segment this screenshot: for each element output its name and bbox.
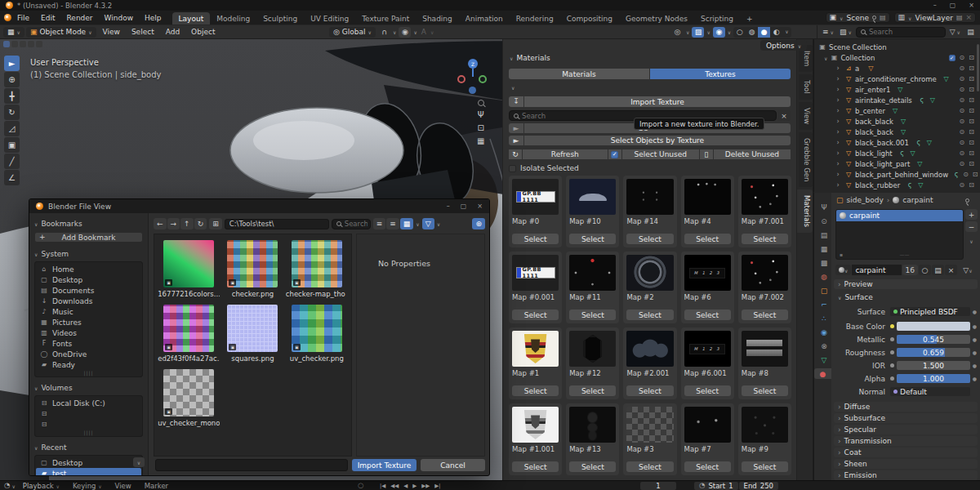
ior-slider[interactable]: 1.500: [897, 361, 970, 370]
add-slot-button[interactable]: +: [965, 209, 978, 220]
texture-thumbnail[interactable]: [684, 179, 731, 215]
workspace-tab-animation[interactable]: Animation: [459, 12, 510, 24]
pan-hand-icon[interactable]: Ψ: [478, 111, 484, 119]
eye-icon[interactable]: ⊙: [960, 108, 965, 114]
surface-panel-header[interactable]: Surface: [834, 292, 978, 302]
tab-object-icon[interactable]: ▢: [817, 285, 831, 296]
refresh-icon[interactable]: ↻: [509, 149, 522, 159]
options-dropdown[interactable]: Options: [760, 40, 807, 51]
add-bookmark-button[interactable]: +Add Bookmark: [34, 232, 143, 243]
expand-icon[interactable]: ›: [834, 75, 842, 82]
section-subsurface[interactable]: ›Subsurface: [834, 413, 978, 423]
sidebar-item-local-disk[interactable]: ⊟Local Disk (C:): [36, 398, 141, 408]
material-name-field[interactable]: carpaint: [852, 265, 901, 275]
select-button[interactable]: Select: [569, 310, 616, 320]
eye-icon[interactable]: ⊙: [960, 118, 965, 125]
select-button[interactable]: Select: [512, 310, 559, 320]
camera-icon[interactable]: ⊡: [969, 87, 974, 93]
eye-icon[interactable]: ⊙: [960, 55, 965, 61]
display-vertical-list-button[interactable]: ≡: [373, 218, 386, 229]
decorator-icon[interactable]: ●: [973, 336, 977, 342]
filename-input[interactable]: [155, 459, 348, 471]
scrollbar[interactable]: [977, 44, 979, 91]
decorator-icon[interactable]: ●: [973, 323, 977, 329]
import-texture-confirm-button[interactable]: Import Texture: [352, 459, 416, 471]
minimize-icon[interactable]: –: [447, 203, 450, 210]
texture-thumbnail[interactable]: [626, 331, 673, 367]
remove-viewlayer-icon[interactable]: ×: [965, 14, 972, 21]
sidebar-item-music[interactable]: ♪Music: [36, 306, 141, 317]
outliner-collection[interactable]: ▣ Collection ✓⊙⊡: [814, 52, 980, 63]
eye-icon[interactable]: ⊙: [960, 182, 965, 189]
expand-icon[interactable]: ›: [834, 149, 842, 157]
select-button[interactable]: Select: [684, 461, 731, 472]
outliner-object-row[interactable]: ›▽airintake_detailsς▽⊙⊡: [814, 95, 980, 105]
camera-icon[interactable]: ⊡: [969, 150, 974, 157]
select-button[interactable]: Select: [742, 461, 788, 472]
sidebar-item-documents[interactable]: ▤Documents: [36, 285, 141, 296]
new-viewlayer-icon[interactable]: ▤: [956, 15, 963, 21]
tool-annotate[interactable]: ╱: [4, 154, 20, 169]
bookmarks-header[interactable]: Bookmarks: [34, 219, 143, 229]
tab-grebble-gen[interactable]: Grebble Gen: [799, 132, 813, 187]
outliner-object-row[interactable]: ›▽black_back.001ς▽⊙⊡: [814, 137, 980, 148]
minimize-icon[interactable]: –: [933, 2, 937, 9]
section-coat[interactable]: ›Coat: [834, 448, 978, 457]
texture-thumbnail[interactable]: [626, 179, 673, 215]
normal-dropdown[interactable]: Default: [890, 387, 970, 396]
tab-viewlayer-icon[interactable]: ▦: [817, 243, 831, 254]
select-button[interactable]: Select: [569, 385, 616, 396]
tool-measure[interactable]: ∠: [4, 170, 20, 185]
workspace-tab-scripting[interactable]: Scripting: [694, 12, 740, 24]
texture-thumbnail[interactable]: [684, 331, 731, 367]
sidebar-item-home[interactable]: ⌂Home: [36, 264, 141, 274]
resize-grip[interactable]: ||||: [36, 430, 141, 434]
eye-icon[interactable]: ⊙: [960, 129, 965, 136]
remove-slot-button[interactable]: −: [965, 221, 978, 232]
tab-tool-icon[interactable]: Ψ: [817, 202, 831, 212]
select-button[interactable]: Select: [512, 234, 559, 244]
collection-checkbox[interactable]: ✓: [949, 55, 956, 61]
decorator-icon[interactable]: ●: [973, 376, 977, 381]
sidebar-item-onedrive[interactable]: ◯OneDrive: [36, 349, 141, 359]
navigation-gizmo[interactable]: Z: [456, 59, 492, 95]
tab-physics-icon[interactable]: ◉: [817, 327, 831, 337]
display-horizontal-list-button[interactable]: ≡: [386, 218, 399, 229]
proportional-edit-toggle[interactable]: ◉: [399, 27, 411, 38]
tab-tool[interactable]: Tool: [799, 74, 813, 100]
mode-dropdown[interactable]: ▣Object Mode: [26, 27, 96, 38]
texture-thumbnail[interactable]: [684, 407, 731, 443]
expand-chevron[interactable]: [824, 54, 827, 62]
add-workspace-button[interactable]: +: [740, 12, 760, 24]
menu-object[interactable]: Object: [186, 28, 220, 36]
select-button[interactable]: Select: [684, 310, 731, 320]
camera-icon[interactable]: ⊡: [969, 161, 974, 167]
new-material-button[interactable]: ▤: [932, 265, 944, 275]
outliner-filter-button[interactable]: ▽: [948, 27, 962, 38]
eye-icon[interactable]: ⊙: [960, 150, 965, 157]
outliner-object-row[interactable]: ›▽b_center▽⊙⊡: [814, 105, 980, 116]
expand-icon[interactable]: ›: [834, 171, 842, 178]
select-button[interactable]: Select: [742, 234, 788, 244]
tab-materials-side[interactable]: Materials: [797, 189, 813, 233]
workspace-tab-layout[interactable]: Layout: [172, 12, 211, 24]
section-sheen[interactable]: ›Sheen: [834, 459, 978, 469]
tab-view[interactable]: View: [799, 102, 813, 130]
material-slot-active[interactable]: carpaint: [836, 210, 963, 221]
maximize-icon[interactable]: ▢: [461, 203, 467, 210]
tab-constraints-icon[interactable]: ⊗: [817, 341, 831, 351]
camera-icon[interactable]: ⊡: [969, 65, 974, 72]
expand-icon[interactable]: ›: [834, 160, 842, 167]
eye-icon[interactable]: ⊙: [960, 140, 965, 146]
tab-material-icon[interactable]: ●: [814, 368, 831, 379]
show-overlays-button[interactable]: ▨: [692, 27, 704, 38]
texture-thumbnail[interactable]: [626, 407, 673, 443]
file-item[interactable]: ▣16777216colors....: [158, 240, 220, 298]
expand-icon[interactable]: ›: [834, 128, 842, 136]
sidebar-item-recent-desktop[interactable]: ▢Desktop: [36, 457, 141, 468]
outliner-object-row[interactable]: ›▽black_rubberς▽⊙⊡: [814, 180, 980, 190]
ortho-grid-icon[interactable]: ▦: [477, 137, 484, 145]
sidebar-item-ready[interactable]: ▰Ready: [36, 359, 141, 370]
file-item[interactable]: ▣uv_checker.png: [286, 305, 348, 363]
zoom-icon[interactable]: [478, 100, 484, 106]
